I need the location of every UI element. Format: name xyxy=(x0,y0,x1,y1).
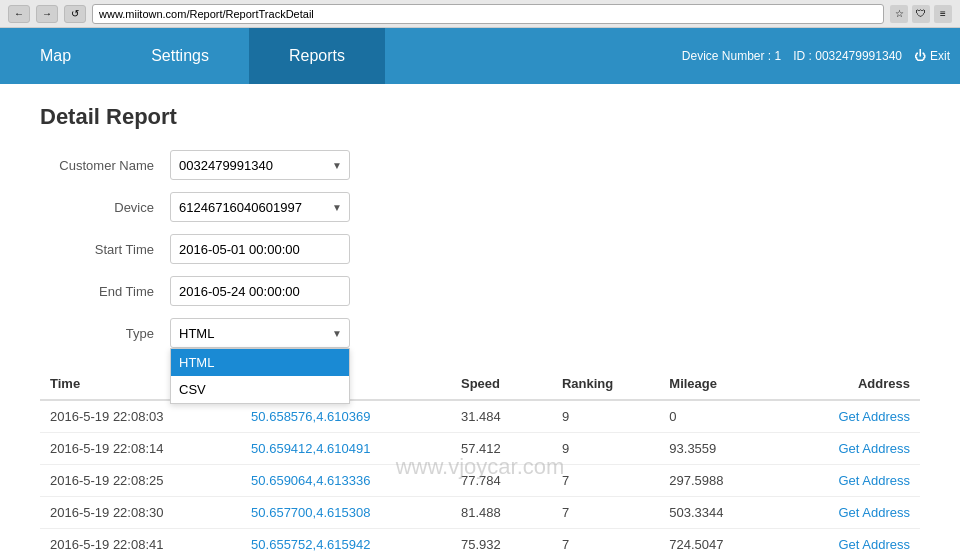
get-address-button[interactable]: Get Address xyxy=(782,529,920,561)
cell-ranking: 9 xyxy=(552,433,659,465)
device-row: Device 61246716040601997 xyxy=(40,192,920,222)
start-time-row: Start Time xyxy=(40,234,920,264)
cell-time: 2016-5-19 22:08:30 xyxy=(40,497,241,529)
tab-map[interactable]: Map xyxy=(0,28,111,84)
shield-icon: 🛡 xyxy=(912,5,930,23)
table-row: 2016-5-19 22:08:41 50.655752,4.615942 75… xyxy=(40,529,920,561)
customer-name-select-wrapper: 0032479991340 xyxy=(170,150,350,180)
cell-mileage: 503.3344 xyxy=(659,497,782,529)
star-icon[interactable]: ☆ xyxy=(890,5,908,23)
exit-button[interactable]: ⏻ Exit xyxy=(914,49,950,63)
cell-llc[interactable]: 50.657700,4.615308 xyxy=(241,497,451,529)
main-content: Detail Report Customer Name 003247999134… xyxy=(0,84,960,560)
cell-ranking: 7 xyxy=(552,465,659,497)
device-select[interactable]: 61246716040601997 xyxy=(170,192,350,222)
type-option-html[interactable]: HTML xyxy=(171,349,349,376)
device-label: Device xyxy=(40,200,170,215)
device-id-label: ID : 0032479991340 xyxy=(793,49,902,63)
col-speed: Speed xyxy=(451,368,552,400)
nav-right: Device Number : 1 ID : 0032479991340 ⏻ E… xyxy=(682,49,950,63)
cell-llc[interactable]: 50.659064,4.613336 xyxy=(241,465,451,497)
tab-settings[interactable]: Settings xyxy=(111,28,249,84)
table-row: 2016-5-19 22:08:30 50.657700,4.615308 81… xyxy=(40,497,920,529)
browser-bar: ← → ↺ ☆ 🛡 ≡ xyxy=(0,0,960,28)
back-button[interactable]: ← xyxy=(8,5,30,23)
start-time-label: Start Time xyxy=(40,242,170,257)
get-address-button[interactable]: Get Address xyxy=(782,497,920,529)
menu-icon[interactable]: ≡ xyxy=(934,5,952,23)
cell-speed: 77.784 xyxy=(451,465,552,497)
cell-mileage: 93.3559 xyxy=(659,433,782,465)
customer-name-row: Customer Name 0032479991340 xyxy=(40,150,920,180)
cell-llc[interactable]: 50.655752,4.615942 xyxy=(241,529,451,561)
end-time-input[interactable] xyxy=(170,276,350,306)
cell-mileage: 724.5047 xyxy=(659,529,782,561)
page-title: Detail Report xyxy=(40,104,920,130)
app-nav: Map Settings Reports Device Number : 1 I… xyxy=(0,28,960,84)
exit-icon: ⏻ xyxy=(914,49,926,63)
get-address-button[interactable]: Get Address xyxy=(782,465,920,497)
device-number-label: Device Number : 1 xyxy=(682,49,781,63)
cell-speed: 75.932 xyxy=(451,529,552,561)
end-time-row: End Time xyxy=(40,276,920,306)
cell-time: 2016-5-19 22:08:25 xyxy=(40,465,241,497)
refresh-button[interactable]: ↺ xyxy=(64,5,86,23)
cell-speed: 31.484 xyxy=(451,400,552,433)
get-address-button[interactable]: Get Address xyxy=(782,433,920,465)
type-dropdown-open: HTML CSV xyxy=(170,348,350,404)
url-bar[interactable] xyxy=(92,4,884,24)
cell-mileage: 297.5988 xyxy=(659,465,782,497)
type-dropdown-container: HTML CSV HTML CSV xyxy=(170,318,350,348)
type-label: Type xyxy=(40,326,170,341)
col-ranking: Ranking xyxy=(552,368,659,400)
table-row: 2016-5-19 22:08:25 50.659064,4.613336 77… xyxy=(40,465,920,497)
type-select-wrapper: HTML CSV xyxy=(170,318,350,348)
col-mileage: Mileage xyxy=(659,368,782,400)
table-row: 2016-5-19 22:08:14 50.659412,4.610491 57… xyxy=(40,433,920,465)
tab-reports[interactable]: Reports xyxy=(249,28,385,84)
cell-speed: 81.488 xyxy=(451,497,552,529)
cell-speed: 57.412 xyxy=(451,433,552,465)
col-address: Address xyxy=(782,368,920,400)
customer-name-label: Customer Name xyxy=(40,158,170,173)
cell-ranking: 7 xyxy=(552,497,659,529)
cell-ranking: 9 xyxy=(552,400,659,433)
cell-time: 2016-5-19 22:08:41 xyxy=(40,529,241,561)
cell-mileage: 0 xyxy=(659,400,782,433)
type-select[interactable]: HTML CSV xyxy=(170,318,350,348)
customer-name-select[interactable]: 0032479991340 xyxy=(170,150,350,180)
cell-time: 2016-5-19 22:08:03 xyxy=(40,400,241,433)
cell-llc[interactable]: 50.658576,4.610369 xyxy=(241,400,451,433)
cell-llc[interactable]: 50.659412,4.610491 xyxy=(241,433,451,465)
cell-time: 2016-5-19 22:08:14 xyxy=(40,433,241,465)
forward-button[interactable]: → xyxy=(36,5,58,23)
device-select-wrapper: 61246716040601997 xyxy=(170,192,350,222)
end-time-label: End Time xyxy=(40,284,170,299)
get-address-button[interactable]: Get Address xyxy=(782,400,920,433)
table-row: 2016-5-19 22:08:03 50.658576,4.610369 31… xyxy=(40,400,920,433)
type-option-csv[interactable]: CSV xyxy=(171,376,349,403)
cell-ranking: 7 xyxy=(552,529,659,561)
start-time-input[interactable] xyxy=(170,234,350,264)
type-row: Type HTML CSV HTML CSV xyxy=(40,318,920,348)
